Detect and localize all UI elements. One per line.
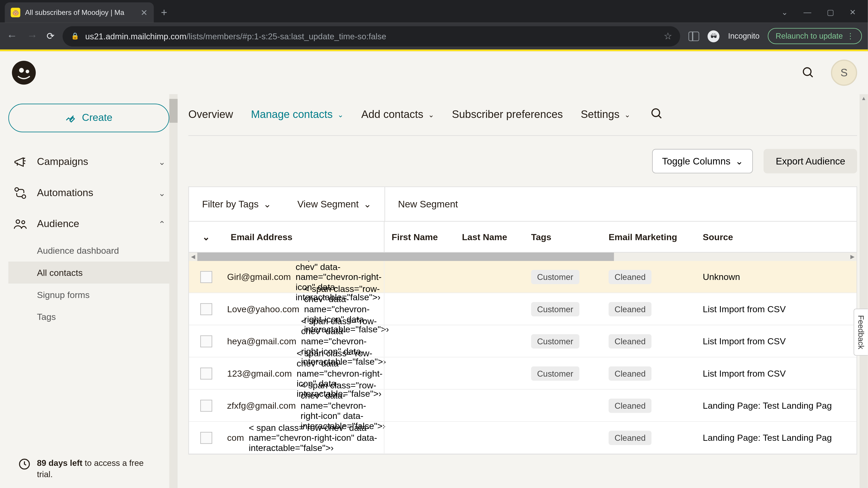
- view-segment[interactable]: View Segment⌄: [284, 198, 384, 210]
- svg-point-8: [22, 221, 25, 224]
- col-email-marketing[interactable]: Email Marketing: [601, 232, 696, 242]
- col-last-name[interactable]: Last Name: [455, 232, 524, 242]
- trial-text: 89 days left to access a free trial.: [37, 457, 160, 481]
- close-tab-icon[interactable]: ✕: [141, 8, 148, 17]
- table-row[interactable]: com < span class="row-chev" data-name="c…: [189, 422, 857, 454]
- automations-icon: [12, 186, 29, 200]
- trial-banner: 89 days left to access a free trial. Sta…: [8, 448, 169, 488]
- cell-email[interactable]: com < span class="row-chev" data-name="c…: [223, 422, 384, 453]
- col-tags[interactable]: Tags: [524, 232, 601, 242]
- table-row[interactable]: heya@gmail.com < span class="row-chev" d…: [189, 325, 857, 357]
- cell-tags: Customer: [524, 366, 601, 380]
- filter-by-tags[interactable]: Filter by Tags⌄: [189, 198, 284, 210]
- select-all-toggle[interactable]: ⌄: [189, 231, 223, 242]
- table-row[interactable]: 123@gmail.com < span class="row-chev" da…: [189, 357, 857, 390]
- sidebar-item-automations[interactable]: Automations ⌄: [8, 177, 169, 208]
- row-checkbox[interactable]: [200, 432, 212, 444]
- url-text: us21.admin.mailchimp.com/lists/members/#…: [85, 31, 386, 41]
- avatar[interactable]: S: [831, 60, 857, 86]
- app-topbar: S: [0, 51, 868, 94]
- chevron-down-icon: ⌄: [202, 231, 210, 242]
- table-row[interactable]: Girl@gmail.com < span class="row-chev" d…: [189, 261, 857, 293]
- browser-tab-strip: 🐵 All subscribers of Moodjoy | Ma ✕ + ⌄ …: [0, 0, 868, 23]
- sidebar-item-audience[interactable]: Audience ⌃: [8, 208, 169, 239]
- svg-point-1: [19, 68, 24, 73]
- address-bar: ← → ⟳ 🔒 us21.admin.mailchimp.com/lists/m…: [0, 23, 868, 51]
- chevron-down-icon: ⌄: [338, 110, 343, 119]
- sidebar-scrollbar[interactable]: [169, 94, 178, 488]
- audience-icon: [12, 217, 29, 231]
- row-checkbox[interactable]: [200, 303, 212, 315]
- cell-email[interactable]: zfxfg@gmail.com < span class="row-chev" …: [223, 390, 384, 421]
- maximize-icon[interactable]: ▢: [827, 8, 834, 17]
- browser-tab[interactable]: 🐵 All subscribers of Moodjoy | Ma ✕: [5, 2, 154, 23]
- side-panel-icon[interactable]: [689, 31, 700, 41]
- subnav-all-contacts[interactable]: All contacts: [8, 262, 178, 284]
- contacts-table: ⌄ Email Address First Name Last Name Tag…: [188, 221, 857, 455]
- table-row[interactable]: Love@yahoo.com < span class="row-chev" d…: [189, 293, 857, 325]
- new-segment[interactable]: New Segment: [385, 199, 471, 209]
- row-checkbox[interactable]: [200, 271, 212, 283]
- forward-button[interactable]: →: [26, 30, 38, 42]
- chevron-down-icon: ⌄: [364, 198, 371, 210]
- subnav-tags[interactable]: Tags: [37, 306, 169, 328]
- table-row[interactable]: zfxfg@gmail.com < span class="row-chev" …: [189, 390, 857, 422]
- svg-point-6: [22, 195, 26, 198]
- create-button[interactable]: Create: [8, 104, 169, 132]
- tab-subscriber-preferences[interactable]: Subscriber preferences: [452, 108, 563, 121]
- sidebar-item-campaigns[interactable]: Campaigns ⌄: [8, 147, 169, 177]
- cell-source: Landing Page: Test Landing Pag: [695, 400, 857, 411]
- mailchimp-logo[interactable]: [11, 60, 37, 86]
- svg-point-10: [652, 109, 660, 116]
- sidebar: Create Campaigns ⌄ Automations ⌄ Audienc…: [0, 94, 178, 488]
- url-field[interactable]: 🔒 us21.admin.mailchimp.com/lists/members…: [63, 26, 680, 46]
- scroll-left-icon[interactable]: ◀: [189, 254, 197, 260]
- tab-manage-contacts[interactable]: Manage contacts⌄: [251, 108, 343, 121]
- relaunch-button[interactable]: Relaunch to update⋮: [768, 28, 862, 44]
- cell-email-marketing: Cleaned: [601, 430, 696, 445]
- contacts-search-icon[interactable]: [651, 107, 664, 123]
- subnav-audience-dashboard[interactable]: Audience dashboard: [37, 239, 169, 262]
- tab-search-icon[interactable]: ⌄: [781, 8, 788, 17]
- subnav-signup-forms[interactable]: Signup forms: [37, 284, 169, 306]
- table-header-row: ⌄ Email Address First Name Last Name Tag…: [189, 222, 857, 253]
- incognito-icon[interactable]: 🕶: [708, 30, 720, 42]
- main-content: Overview Manage contacts⌄ Add contacts⌄ …: [178, 94, 868, 488]
- search-button[interactable]: [796, 61, 820, 85]
- new-tab-button[interactable]: +: [161, 6, 167, 19]
- row-checkbox[interactable]: [200, 367, 212, 379]
- col-email[interactable]: Email Address: [223, 222, 384, 252]
- menu-dots-icon: ⋮: [846, 32, 854, 41]
- tab-settings[interactable]: Settings⌄: [581, 108, 630, 121]
- feedback-tab[interactable]: Feedback: [854, 308, 868, 356]
- window-controls: ⌄ — ▢ ✕: [781, 8, 868, 17]
- toggle-columns-button[interactable]: Toggle Columns⌄: [652, 149, 753, 173]
- table-horizontal-scrollbar[interactable]: ◀ ▶: [189, 253, 857, 261]
- cell-email-marketing: Cleaned: [601, 334, 696, 348]
- back-button[interactable]: ←: [6, 30, 18, 42]
- cell-email-marketing: Cleaned: [601, 398, 696, 413]
- clock-icon: [18, 457, 31, 481]
- export-audience-button[interactable]: Export Audience: [764, 149, 857, 173]
- cell-source: List Import from CSV: [695, 368, 857, 379]
- scroll-right-icon[interactable]: ▶: [848, 254, 857, 260]
- main-vertical-scrollbar[interactable]: ▲ ▼: [860, 94, 868, 488]
- tab-title: All subscribers of Moodjoy | Ma: [25, 8, 136, 17]
- row-checkbox[interactable]: [200, 335, 212, 347]
- close-window-icon[interactable]: ✕: [849, 8, 856, 17]
- cell-tags: Customer: [524, 334, 601, 348]
- tab-add-contacts[interactable]: Add contacts⌄: [361, 108, 434, 121]
- col-first-name[interactable]: First Name: [384, 232, 455, 242]
- cell-email-marketing: Cleaned: [601, 302, 696, 316]
- bookmark-star-icon[interactable]: ☆: [664, 30, 672, 41]
- svg-point-3: [803, 68, 811, 75]
- mailchimp-favicon: 🐵: [11, 8, 20, 17]
- col-source[interactable]: Source: [695, 232, 857, 242]
- minimize-icon[interactable]: —: [804, 8, 811, 17]
- chevron-down-icon: ⌄: [624, 110, 630, 119]
- row-checkbox[interactable]: [200, 399, 212, 412]
- chevron-down-icon: ⌄: [264, 198, 271, 210]
- lock-icon: 🔒: [71, 32, 79, 40]
- tab-overview[interactable]: Overview: [188, 108, 233, 121]
- reload-button[interactable]: ⟳: [46, 30, 54, 41]
